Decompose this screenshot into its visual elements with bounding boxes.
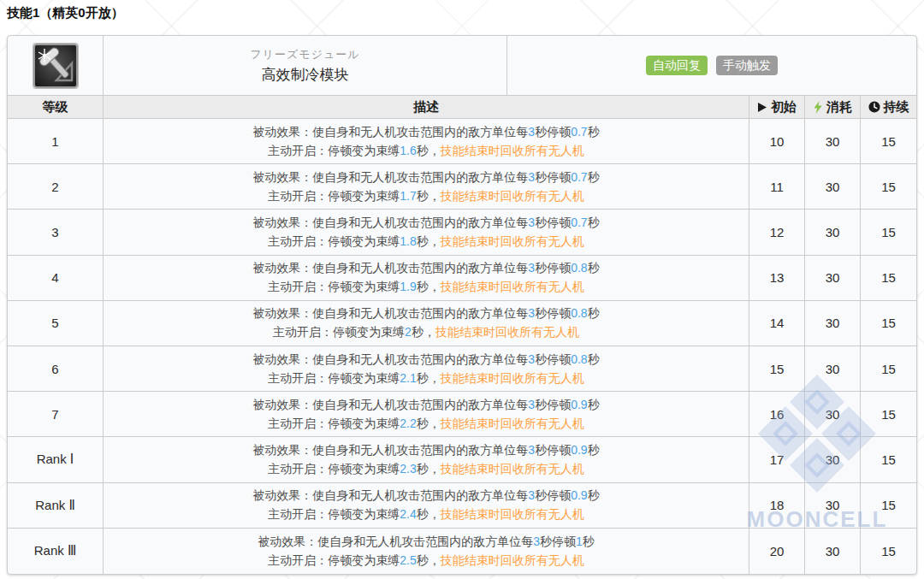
description-cell: 被动效果：使自身和无人机攻击范围内的敌方单位每3秒停顿0.8秒主动开启：停顿变为… (104, 346, 749, 391)
duration-cell: 15 (861, 210, 916, 254)
clock-icon (868, 101, 880, 113)
passive-text: 秒 (588, 398, 600, 411)
skill-icon (33, 44, 78, 88)
stun-interval-value: 3 (528, 261, 535, 275)
passive-effect-line: 被动效果：使自身和无人机攻击范围内的敌方单位每3秒停顿1秒 (258, 533, 595, 551)
duration-cell: 15 (861, 529, 916, 574)
drone-recall-highlight: 技能结束时回收所有无人机 (441, 144, 584, 157)
bind-duration-value: 1.7 (400, 189, 416, 203)
stun-duration-value: 1 (576, 535, 583, 548)
bind-duration-value: 1.8 (400, 234, 416, 248)
passive-effect-line: 被动效果：使自身和无人机攻击范围内的敌方单位每3秒停顿0.8秒 (252, 304, 599, 322)
duration-cell: 15 (861, 164, 916, 209)
header-description: 描述 (104, 96, 749, 118)
passive-text: 秒 (588, 306, 600, 320)
initial-sp-cell: 16 (749, 392, 805, 436)
active-text: 秒， (417, 280, 441, 293)
table-row: 3被动效果：使自身和无人机攻击范围内的敌方单位每3秒停顿0.7秒主动开启：停顿变… (8, 210, 916, 255)
bind-duration-value: 1.6 (400, 144, 416, 157)
level-cell: Rank Ⅰ (8, 437, 104, 482)
level-cell: 6 (8, 346, 104, 391)
active-effect-line: 主动开启：停顿变为束缚2.5秒，技能结束时回收所有无人机 (268, 552, 583, 570)
stun-interval-value: 3 (528, 170, 535, 184)
passive-text: 秒停顿 (535, 488, 571, 502)
initial-sp-cell: 11 (749, 164, 805, 209)
table-row: 4被动效果：使自身和无人机攻击范围内的敌方单位每3秒停顿0.8秒主动开启：停顿变… (8, 256, 916, 301)
active-effect-line: 主动开启：停顿变为束缚2.1秒，技能结束时回收所有无人机 (268, 369, 583, 387)
drone-recall-highlight: 技能结束时回收所有无人机 (441, 462, 584, 476)
active-effect-line: 主动开启：停顿变为束缚1.9秒，技能结束时回收所有无人机 (268, 278, 583, 296)
active-text: 秒， (417, 417, 441, 430)
initial-sp-cell: 15 (749, 346, 805, 391)
stun-duration-value: 0.9 (571, 398, 587, 411)
sp-cost-cell: 30 (805, 392, 861, 436)
active-text: 秒， (417, 553, 441, 567)
stun-interval-value: 3 (528, 306, 535, 320)
description-cell: 被动效果：使自身和无人机攻击范围内的敌方单位每3秒停顿0.7秒主动开启：停顿变为… (104, 210, 749, 254)
passive-text: 被动效果：使自身和无人机攻击范围内的敌方单位每 (252, 216, 528, 229)
passive-text: 被动效果：使自身和无人机攻击范围内的敌方单位每 (252, 261, 528, 275)
active-text: 秒， (417, 144, 441, 157)
stun-duration-value: 0.7 (571, 216, 587, 229)
passive-text: 被动效果：使自身和无人机攻击范围内的敌方单位每 (252, 488, 528, 502)
page-title: 技能1（精英0开放） (7, 5, 124, 21)
initial-sp-cell: 14 (749, 301, 805, 346)
initial-sp-cell: 18 (749, 483, 805, 528)
initial-sp-cell: 17 (749, 437, 805, 482)
stun-interval-value: 3 (528, 125, 535, 139)
passive-text: 被动效果：使自身和无人机攻击范围内的敌方单位每 (252, 125, 528, 139)
active-text: 主动开启：停顿变为束缚 (268, 371, 400, 385)
passive-effect-line: 被动效果：使自身和无人机攻击范围内的敌方单位每3秒停顿0.7秒 (252, 168, 599, 186)
passive-effect-line: 被动效果：使自身和无人机攻击范围内的敌方单位每3秒停顿0.9秒 (252, 441, 599, 459)
badge-auto-recovery: 自动回复 (646, 56, 708, 75)
active-text: 主动开启：停顿变为束缚 (268, 189, 400, 203)
duration-cell: 15 (861, 119, 916, 163)
description-cell: 被动效果：使自身和无人机攻击范围内的敌方单位每3秒停顿1秒主动开启：停顿变为束缚… (104, 529, 749, 574)
passive-text: 被动效果：使自身和无人机攻击范围内的敌方单位每 (252, 170, 528, 184)
table-row: 1被动效果：使自身和无人机攻击范围内的敌方单位每3秒停顿0.7秒主动开启：停顿变… (8, 119, 916, 164)
passive-text: 秒 (588, 170, 600, 184)
duration-cell: 15 (861, 256, 916, 300)
active-text: 主动开启：停顿变为束缚 (268, 553, 400, 567)
passive-text: 秒停顿 (535, 125, 571, 139)
badge-manual-trigger: 手动触发 (716, 56, 778, 75)
active-effect-line: 主动开启：停顿变为束缚1.7秒，技能结束时回收所有无人机 (268, 187, 583, 205)
bind-duration-value: 1.9 (400, 280, 416, 293)
level-cell: Rank Ⅲ (8, 529, 104, 574)
duration-cell: 15 (861, 346, 916, 391)
header-duration-label: 持续 (884, 99, 909, 115)
header-duration: 持续 (861, 96, 916, 118)
initial-sp-cell: 12 (749, 210, 805, 254)
passive-text: 秒 (588, 216, 600, 229)
stun-duration-value: 0.8 (571, 352, 587, 366)
sp-cost-cell: 30 (805, 301, 861, 346)
bind-duration-value: 2.5 (400, 553, 416, 567)
passive-effect-line: 被动效果：使自身和无人机攻击范围内的敌方单位每3秒停顿0.7秒 (252, 123, 599, 141)
table-body: 1被动效果：使自身和无人机攻击范围内的敌方单位每3秒停顿0.7秒主动开启：停顿变… (8, 119, 916, 574)
bind-duration-value: 2.3 (400, 462, 416, 476)
skill-name-cell: フリーズモジュール 高效制冷模块 (104, 36, 507, 95)
table-header-row: 等级 描述 初始 消耗 持续 (8, 96, 916, 119)
description-cell: 被动效果：使自身和无人机攻击范围内的敌方单位每3秒停顿0.9秒主动开启：停顿变为… (104, 392, 749, 436)
passive-effect-line: 被动效果：使自身和无人机攻击范围内的敌方单位每3秒停顿0.8秒 (252, 259, 599, 277)
bind-duration-value: 2.4 (400, 507, 416, 521)
active-text: 主动开启：停顿变为束缚 (268, 280, 400, 293)
sp-cost-cell: 30 (805, 437, 861, 482)
table-row: 7被动效果：使自身和无人机攻击范围内的敌方单位每3秒停顿0.9秒主动开启：停顿变… (8, 392, 916, 437)
active-text: 主动开启：停顿变为束缚 (273, 325, 405, 339)
sp-cost-cell: 30 (805, 164, 861, 209)
stun-interval-value: 3 (528, 443, 535, 457)
description-cell: 被动效果：使自身和无人机攻击范围内的敌方单位每3秒停顿0.7秒主动开启：停顿变为… (104, 164, 749, 209)
active-effect-line: 主动开启：停顿变为束缚1.8秒，技能结束时回收所有无人机 (268, 233, 583, 251)
active-text: 秒， (417, 234, 441, 248)
active-text: 秒， (412, 325, 435, 339)
passive-text: 秒停顿 (535, 261, 571, 275)
drone-recall-highlight: 技能结束时回收所有无人机 (441, 234, 584, 248)
sp-cost-cell: 30 (805, 256, 861, 300)
table-row: 6被动效果：使自身和无人机攻击范围内的敌方单位每3秒停顿0.8秒主动开启：停顿变… (8, 346, 916, 392)
passive-text: 秒 (583, 535, 595, 548)
description-cell: 被动效果：使自身和无人机攻击范围内的敌方单位每3秒停顿0.9秒主动开启：停顿变为… (104, 483, 749, 528)
passive-text: 被动效果：使自身和无人机攻击范围内的敌方单位每 (252, 352, 528, 366)
passive-text: 秒停顿 (535, 398, 571, 411)
header-cost: 消耗 (805, 96, 861, 118)
